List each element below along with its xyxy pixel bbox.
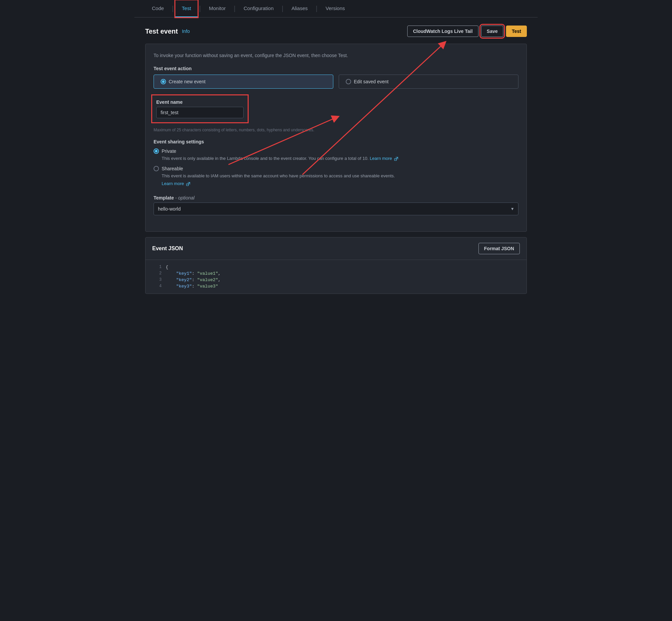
tab-divider-5: | (315, 5, 319, 12)
main-content: Test event Info CloudWatch Logs Live Tai… (134, 17, 538, 302)
json-line-3: 3 "key2": "value2", (146, 277, 526, 283)
tab-divider-1: | (171, 5, 175, 12)
test-button[interactable]: Test (506, 26, 527, 37)
tab-divider-2: | (198, 5, 202, 12)
section-title: Test event (145, 28, 178, 35)
shareable-label: Shareable (162, 166, 183, 171)
external-link-icon-2 (186, 182, 190, 186)
private-label: Private (162, 149, 176, 154)
info-link[interactable]: Info (182, 29, 190, 34)
event-name-input[interactable] (156, 107, 244, 118)
tab-versions[interactable]: Versions (319, 0, 352, 17)
json-line-1: 1 { (146, 264, 526, 271)
description-text: To invoke your function without saving a… (154, 52, 518, 59)
tab-divider-4: | (280, 5, 285, 12)
private-desc: This event is only available in the Lamb… (162, 155, 518, 162)
json-title: Event JSON (152, 246, 183, 252)
tab-test[interactable]: Test (175, 0, 198, 17)
template-select-wrapper: hello-world ▼ (154, 203, 518, 215)
json-body: 1 { 2 "key1": "value1", 3 "key2": "value… (146, 260, 526, 294)
section-header: Test event Info CloudWatch Logs Live Tai… (145, 26, 527, 37)
shareable-radio (154, 166, 159, 171)
tab-configuration[interactable]: Configuration (237, 0, 280, 17)
template-optional: - optional (175, 195, 195, 201)
template-section: Template - optional hello-world ▼ (154, 195, 518, 215)
tab-divider-3: | (233, 5, 237, 12)
test-event-panel: To invoke your function without saving a… (145, 44, 527, 232)
tab-code[interactable]: Code (145, 0, 171, 17)
cloudwatch-button[interactable]: CloudWatch Logs Live Tail (407, 26, 478, 37)
event-name-section: Event name (154, 97, 246, 121)
shareable-option: Shareable This event is available to IAM… (154, 166, 518, 187)
create-new-label: Create new event (169, 79, 206, 84)
line-number-3: 3 (151, 278, 162, 282)
json-line-2: 2 "key1": "value1", (146, 271, 526, 277)
edit-saved-radio (346, 79, 351, 84)
external-link-icon (394, 157, 398, 161)
private-option-row[interactable]: Private (154, 149, 518, 154)
create-new-event-option[interactable]: Create new event (154, 75, 333, 89)
shareable-learn-more[interactable]: Learn more (162, 181, 190, 186)
event-name-label: Event name (156, 99, 244, 105)
json-line-4: 4 "key3": "value3" (146, 283, 526, 290)
tab-bar: Code | Test | Monitor | Configuration | … (134, 0, 538, 17)
test-event-action-section: Test event action Create new event Edit … (154, 66, 518, 89)
header-actions: CloudWatch Logs Live Tail Save Test (407, 26, 527, 37)
radio-group: Create new event Edit saved event (154, 75, 518, 89)
section-title-group: Test event Info (145, 28, 190, 35)
event-sharing-section: Event sharing settings Private This even… (154, 139, 518, 187)
shareable-learn-more-row: Learn more (162, 180, 518, 187)
sharing-title: Event sharing settings (154, 139, 518, 144)
event-action-label: Test event action (154, 66, 518, 71)
event-name-hint: Maximum of 25 characters consisting of l… (154, 128, 518, 132)
template-select[interactable]: hello-world (154, 203, 518, 215)
tab-monitor[interactable]: Monitor (202, 0, 233, 17)
shareable-option-row[interactable]: Shareable (154, 166, 518, 171)
private-radio (154, 149, 159, 154)
edit-saved-event-option[interactable]: Edit saved event (339, 75, 518, 89)
line-number-2: 2 (151, 271, 162, 276)
line-number-4: 4 (151, 284, 162, 289)
event-json-section: Event JSON Format JSON 1 { 2 "key1": "va… (145, 237, 527, 294)
template-label: Template - optional (154, 195, 518, 201)
save-button[interactable]: Save (481, 26, 504, 37)
private-option: Private This event is only available in … (154, 149, 518, 162)
json-header: Event JSON Format JSON (146, 238, 526, 260)
private-learn-more[interactable]: Learn more (369, 156, 398, 161)
line-number-1: 1 (151, 265, 162, 270)
create-new-radio (161, 79, 166, 84)
format-json-button[interactable]: Format JSON (478, 243, 520, 254)
edit-saved-label: Edit saved event (354, 79, 389, 84)
tab-aliases[interactable]: Aliases (285, 0, 314, 17)
shareable-desc: This event is available to IAM users wit… (162, 173, 518, 179)
